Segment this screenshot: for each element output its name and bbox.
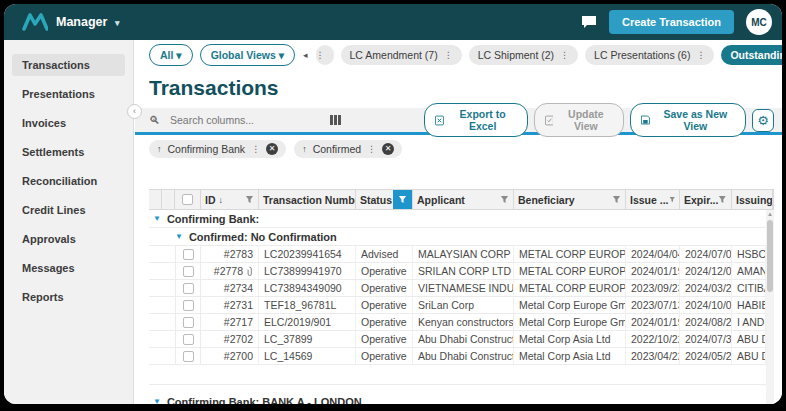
cell-status: Operative [356, 263, 413, 279]
app-logo-icon [22, 12, 48, 32]
save-as-new-view-button[interactable]: Save as New View [630, 103, 746, 137]
row-checkbox[interactable] [183, 334, 194, 345]
cell-applicant: Abu Dhabi Construct ltd [413, 331, 514, 347]
sidebar-item-credit-lines[interactable]: Credit Lines [12, 199, 125, 221]
sidebar-item-reconciliation[interactable]: Reconciliation [12, 170, 125, 192]
search-columns-input[interactable] [170, 114, 320, 126]
row-checkbox[interactable] [183, 300, 194, 311]
collapse-group-icon[interactable]: ▼ [153, 214, 161, 223]
cell-status: Operative [356, 331, 413, 347]
active-filter-icon[interactable] [393, 190, 412, 209]
user-avatar[interactable]: MC [746, 9, 772, 35]
attachment-icon [246, 266, 253, 277]
app-window: Manager ▾ Create Transaction MC Transact… [4, 4, 782, 404]
cell-issue-date: 2024/01/19 [626, 314, 680, 330]
sidebar-item-transactions[interactable]: Transactions [12, 54, 125, 76]
cell-issuing-bank: I AND M [732, 314, 766, 330]
remove-chip-icon[interactable]: ✕ [266, 143, 278, 155]
table-row[interactable]: #2731 TEF18_96781L Operative SriLan Corp… [149, 297, 766, 314]
group-row-confirming-bank[interactable]: ▼ Confirming Bank: [149, 210, 766, 228]
kebab-icon[interactable]: ⋮ [560, 50, 569, 60]
messages-icon[interactable] [581, 15, 597, 29]
table-row[interactable]: #2783 LC20239941654 Advised MALAYSIAN CO… [149, 246, 766, 263]
tab-lc-presentations[interactable]: LC Presentations (6)⋮ [585, 45, 714, 65]
sidebar-item-messages[interactable]: Messages [12, 257, 125, 279]
select-all-checkbox[interactable] [182, 194, 193, 205]
cell-issue-date: 2023/09/23 [626, 280, 680, 296]
global-views-label: Global Views [211, 49, 276, 61]
tab-lc-amendment[interactable]: LC Amendment (7)⋮ [341, 45, 462, 65]
filter-icon[interactable] [245, 195, 254, 204]
all-filter-dropdown[interactable]: All ▾ [149, 44, 193, 66]
column-header-status[interactable]: Status [356, 190, 413, 209]
group-gap [149, 365, 766, 385]
table-scrollbar[interactable]: ▲ [766, 210, 774, 404]
column-header-id[interactable]: ID ↓ [201, 190, 259, 209]
row-checkbox[interactable] [183, 266, 194, 277]
chip-confirmed[interactable]: ↑ Confirmed ⋮ ✕ [294, 140, 402, 158]
table-row[interactable]: #2734 LC73894349090 Operative VIETNAMESE… [149, 280, 766, 297]
sidebar-item-presentations[interactable]: Presentations [12, 83, 125, 105]
cell-status: Operative [356, 314, 413, 330]
column-header-issuing-bank[interactable]: Issuing [732, 190, 773, 209]
column-chooser-icon[interactable] [330, 115, 341, 125]
table-row[interactable]: #2700 LC_14569 Operative Abu Dhabi Const… [149, 348, 766, 365]
table-row[interactable]: #2702 LC_37899 Operative Abu Dhabi Const… [149, 331, 766, 348]
column-header-beneficiary[interactable]: Beneficiary [514, 190, 626, 209]
tab-lc-shipment[interactable]: LC Shipment (2)⋮ [469, 45, 578, 65]
top-bar: Manager ▾ Create Transaction MC [4, 4, 782, 40]
kebab-icon[interactable]: ⋮ [696, 50, 705, 60]
create-transaction-button[interactable]: Create Transaction [609, 10, 734, 34]
sidebar-item-reports[interactable]: Reports [12, 286, 125, 308]
cell-issuing-bank: HSBC AN [732, 246, 766, 262]
table-settings-button[interactable]: ⚙︎ [752, 109, 774, 132]
tabs-scroll-left-icon[interactable]: ◂ [302, 50, 309, 60]
scroll-up-icon[interactable]: ▲ [766, 210, 774, 218]
remove-chip-icon[interactable]: ✕ [382, 143, 394, 155]
filter-icon[interactable] [669, 195, 675, 204]
kebab-icon[interactable]: ⋮ [316, 50, 325, 60]
row-checkbox[interactable] [183, 249, 194, 260]
tab-lc-issuance[interactable]: 8)⋮ [316, 45, 334, 65]
kebab-icon[interactable]: ⋮ [251, 144, 260, 154]
subgroup-row-confirmed[interactable]: ▼ Confirmed: No Confirmation [149, 228, 766, 246]
column-header-transaction-number[interactable]: Transaction Number [259, 190, 356, 209]
collapse-group-icon[interactable]: ▼ [153, 397, 161, 404]
column-label: Beneficiary [518, 194, 575, 206]
table-row[interactable]: #2717 ELC/2019/901 Operative Kenyan cons… [149, 314, 766, 331]
column-header-expiry-date[interactable]: Expir... [680, 190, 732, 209]
workspace-menu[interactable]: Manager ▾ [56, 15, 119, 29]
scrollbar-thumb[interactable] [767, 220, 773, 292]
cell-issuing-bank: HABIB B [732, 297, 766, 313]
chip-confirming-bank[interactable]: ↑ Confirming Bank ⋮ ✕ [149, 140, 286, 158]
sidebar-item-approvals[interactable]: Approvals [12, 228, 125, 250]
tab-outstanding-lcs[interactable]: Outstanding LCs (34)⋮ [721, 45, 782, 65]
row-checkbox[interactable] [183, 351, 194, 362]
row-checkbox[interactable] [183, 317, 194, 328]
global-views-dropdown[interactable]: Global Views ▾ [200, 44, 295, 66]
cell-beneficiary: Metal Corp Europe GmbH [514, 297, 626, 313]
kebab-icon[interactable]: ⋮ [444, 50, 453, 60]
row-checkbox[interactable] [183, 283, 194, 294]
table-row[interactable]: #2778 LC73899941970 Operative SRILAN COR… [149, 263, 766, 280]
kebab-icon[interactable]: ⋮ [367, 144, 376, 154]
sidebar-item-invoices[interactable]: Invoices [12, 112, 125, 134]
column-header-issue-date[interactable]: Issue ... [626, 190, 680, 209]
cell-applicant: SriLan Corp [413, 297, 514, 313]
sidebar-item-settlements[interactable]: Settlements [12, 141, 125, 163]
column-header-applicant[interactable]: Applicant [413, 190, 514, 209]
cell-id: #2778 [214, 265, 243, 277]
filter-icon[interactable] [500, 195, 509, 204]
group-label: Confirming Bank: [167, 213, 259, 225]
cell-applicant: Abu Dhabi Construct ltd [413, 348, 514, 364]
collapse-subgroup-icon[interactable]: ▼ [175, 232, 183, 241]
sidebar-collapse-button[interactable]: ‹ [127, 104, 142, 119]
view-tabs: All ▾ Global Views ▾ ◂ 8)⋮ LC Amendment … [135, 40, 782, 70]
cell-applicant: Kenyan constructors Ltd [413, 314, 514, 330]
cell-issue-date: 2023/04/22 [626, 348, 680, 364]
update-view-button[interactable]: Update View [534, 103, 625, 137]
export-to-excel-button[interactable]: Export to Excel [424, 103, 528, 137]
group-row-confirming-bank[interactable]: ▼ Confirming Bank: BANK A - LONDON [149, 393, 766, 404]
filter-icon[interactable] [718, 195, 727, 204]
filter-icon[interactable] [612, 195, 621, 204]
